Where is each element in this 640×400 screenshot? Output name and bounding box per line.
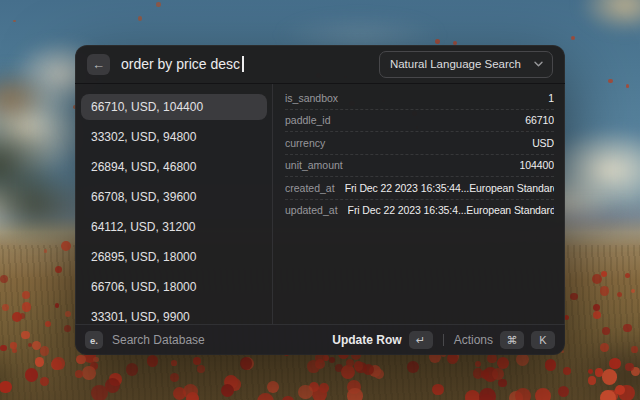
detail-value: 104400 <box>520 159 554 171</box>
poppy-flower <box>626 84 629 87</box>
poppy-flower <box>40 346 49 355</box>
poppy-flower <box>32 341 41 350</box>
detail-row: updated_atFri Dec 22 2023 16:35:4...Euro… <box>285 199 554 222</box>
poppy-flower <box>240 357 253 370</box>
poppy-flower <box>35 357 44 366</box>
poppy-flower <box>282 396 294 400</box>
search-mode-dropdown[interactable]: Natural Language Search <box>379 51 553 78</box>
detail-value: USD <box>532 137 554 149</box>
update-row-action[interactable]: Update Row <box>332 333 401 347</box>
action-bar: e. Search Database Update Row ↵ Actions … <box>75 324 565 355</box>
back-arrow-icon: ← <box>92 54 105 75</box>
chevron-down-icon <box>534 61 543 67</box>
poppy-flower <box>44 249 47 252</box>
poppy-flower <box>82 366 95 379</box>
detail-row: currencyUSD <box>285 131 554 154</box>
poppy-flower <box>515 388 531 400</box>
poppy-flower <box>126 363 139 376</box>
poppy-flower <box>21 331 30 340</box>
poppy-flower <box>363 364 374 375</box>
search-query-text: order by price desc <box>121 56 240 72</box>
result-item[interactable]: 33301, USD, 9900 <box>81 304 267 325</box>
detail-key: created_at <box>285 182 335 194</box>
poppy-flower <box>147 355 158 366</box>
result-item[interactable]: 66706, USD, 18000 <box>81 274 267 300</box>
actions-menu-button[interactable]: Actions <box>454 333 493 347</box>
result-item[interactable]: 64112, USD, 31200 <box>81 214 267 240</box>
detail-key: is_sandbox <box>285 92 338 104</box>
poppy-flower <box>52 357 64 369</box>
search-mode-label: Natural Language Search <box>390 58 521 70</box>
poppy-flower <box>631 289 635 293</box>
poppy-flower <box>221 384 234 397</box>
poppy-flower <box>608 79 613 84</box>
poppy-flower <box>156 2 160 6</box>
poppy-flower <box>197 365 204 372</box>
command-label: Search Database <box>112 333 205 347</box>
poppy-flower <box>631 346 638 353</box>
poppy-flower <box>10 342 16 348</box>
poppy-flower <box>0 381 12 393</box>
back-button[interactable]: ← <box>87 54 110 75</box>
poppy-flower <box>481 370 489 378</box>
k-key-badge: K <box>531 331 555 349</box>
result-item[interactable]: 26894, USD, 46800 <box>81 154 267 180</box>
poppy-flower <box>22 302 32 312</box>
screen: ← order by price desc Natural Language S… <box>0 0 640 400</box>
poppy-flower <box>93 357 99 363</box>
poppy-flower <box>593 311 601 319</box>
poppy-flower <box>267 381 279 393</box>
detail-value: Fri Dec 22 2023 16:35:44...European Stan… <box>345 182 554 194</box>
detail-row: created_atFri Dec 22 2023 16:35:44...Eur… <box>285 176 554 199</box>
cmd-key-badge: ⌘ <box>500 331 524 349</box>
return-key-badge: ↵ <box>409 331 433 349</box>
poppy-flower <box>65 311 71 317</box>
detail-value: 1 <box>548 92 554 104</box>
detail-key: paddle_id <box>285 114 331 126</box>
search-input[interactable]: order by price desc <box>121 56 244 72</box>
poppy-flower <box>535 388 551 400</box>
results-list: 66710, USD, 10440033302, USD, 9480026894… <box>75 84 273 325</box>
poppy-flower <box>545 359 556 370</box>
detail-row: paddle_id66710 <box>285 109 554 132</box>
poppy-flower <box>498 379 507 388</box>
result-item[interactable]: 66710, USD, 104400 <box>81 94 267 120</box>
poppy-flower <box>465 390 480 400</box>
poppy-flower <box>570 293 577 300</box>
poppy-flower <box>22 291 30 299</box>
poppy-flower <box>0 345 7 352</box>
detail-key: currency <box>285 137 325 149</box>
poppy-flower <box>623 324 632 333</box>
poppy-flower <box>12 312 22 322</box>
poppy-flower <box>615 385 625 395</box>
poppy-flower <box>609 358 621 370</box>
launcher-window: ← order by price desc Natural Language S… <box>75 45 565 355</box>
result-item[interactable]: 33302, USD, 94800 <box>81 124 267 150</box>
detail-key: unit_amount <box>285 159 343 171</box>
poppy-flower <box>183 384 198 399</box>
poppy-flower <box>76 355 85 364</box>
poppy-flower <box>315 359 325 369</box>
poppy-flower <box>171 360 177 366</box>
poppy-flower <box>105 378 120 393</box>
database-app-icon: e. <box>85 331 103 349</box>
window-content: 66710, USD, 10440033302, USD, 9480026894… <box>75 84 565 325</box>
poppy-flower <box>319 383 328 392</box>
poppy-flower <box>588 369 593 374</box>
action-shortcuts: Update Row ↵ Actions ⌘ K <box>332 331 555 349</box>
detail-value: 66710 <box>525 114 554 126</box>
poppy-flower <box>138 16 142 20</box>
poppy-flower <box>588 376 596 384</box>
result-item[interactable]: 26895, USD, 18000 <box>81 244 267 270</box>
footer-divider <box>443 334 444 346</box>
poppy-flower <box>600 286 609 295</box>
poppy-flower <box>75 370 83 378</box>
detail-value: Fri Dec 22 2023 16:35:4...European Stand… <box>348 204 554 216</box>
poppy-flower <box>61 241 71 251</box>
result-item[interactable]: 66708, USD, 39600 <box>81 184 267 210</box>
text-caret <box>242 56 244 72</box>
poppy-flower <box>193 357 201 365</box>
command-info: e. Search Database <box>85 331 205 349</box>
poppy-flower <box>407 361 419 373</box>
detail-row: unit_amount104400 <box>285 154 554 177</box>
